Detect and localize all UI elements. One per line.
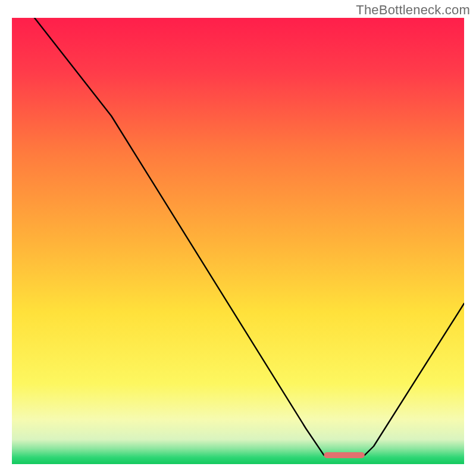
optimal-range-marker bbox=[324, 452, 364, 458]
watermark-text: TheBottleneck.com bbox=[356, 2, 470, 18]
gradient-background bbox=[12, 18, 464, 464]
plot-svg bbox=[12, 18, 464, 464]
chart-container: TheBottleneck.com bbox=[0, 0, 476, 476]
